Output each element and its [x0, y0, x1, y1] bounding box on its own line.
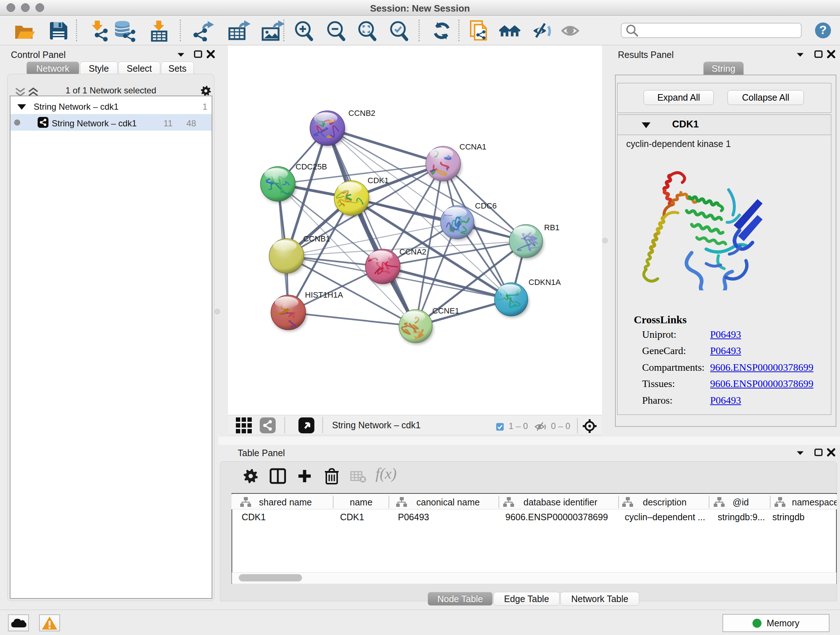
- svg-text:?: ?: [819, 23, 827, 36]
- svg-text:CDK1: CDK1: [368, 176, 389, 185]
- svg-text:CCNB2: CCNB2: [348, 109, 376, 118]
- svg-text:CDC25B: CDC25B: [295, 162, 327, 171]
- svg-text:CCNE1: CCNE1: [432, 306, 459, 315]
- svg-text:CCNB1: CCNB1: [303, 234, 330, 243]
- svg-text:HIST1H1A: HIST1H1A: [305, 290, 343, 299]
- svg-text:CDC6: CDC6: [475, 201, 497, 211]
- svg-text:CDKN1A: CDKN1A: [529, 278, 561, 287]
- svg-text:CCNA2: CCNA2: [399, 247, 426, 256]
- svg-text:RB1: RB1: [544, 223, 560, 232]
- svg-text:CCNA1: CCNA1: [459, 142, 486, 151]
